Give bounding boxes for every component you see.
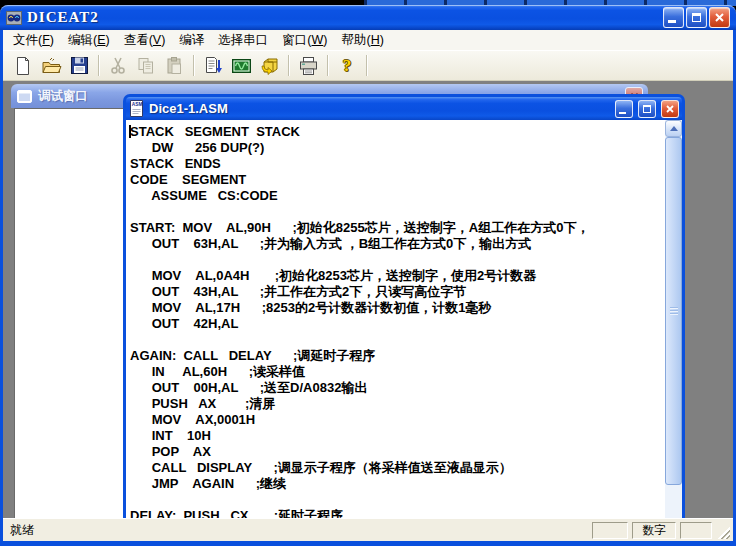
menu-item-window[interactable]: 窗口(W) <box>275 30 334 51</box>
paste-button[interactable] <box>161 54 187 78</box>
status-panel-caps <box>592 522 628 539</box>
status-ready-text: 就绪 <box>10 522 588 539</box>
print-button[interactable] <box>295 54 321 78</box>
maximize-icon <box>692 13 701 22</box>
text-caret <box>129 125 131 138</box>
help-button[interactable]: ? <box>334 54 360 78</box>
status-panel-scroll <box>680 522 712 539</box>
cut-button[interactable] <box>105 54 131 78</box>
status-panel-numlock: 数字 <box>632 522 676 539</box>
save-file-button[interactable] <box>66 54 92 78</box>
code-editor[interactable]: STACK SEGMENT STACK DW 256 DUP(?) STACK … <box>126 120 665 518</box>
save-icon <box>70 56 89 75</box>
menu-item-view[interactable]: 查看(V) <box>117 30 173 51</box>
toolbar-separator <box>98 55 99 76</box>
toolbar-separator <box>366 55 367 76</box>
asm-file-icon: ASM <box>129 100 144 117</box>
chevron-up-icon <box>670 126 678 131</box>
toolbar-separator <box>327 55 328 76</box>
statusbar: 就绪 数字 <box>3 518 733 541</box>
close-icon <box>714 12 725 23</box>
compile-icon <box>203 56 223 76</box>
editor-window-titlebar[interactable]: ASM Dice1-1.ASM <box>126 97 682 120</box>
editor-close-button[interactable] <box>661 100 679 118</box>
window-controls <box>663 7 730 28</box>
copy-button[interactable] <box>133 54 159 78</box>
scrollbar-grip-icon <box>670 307 678 315</box>
toolbar-separator <box>288 55 289 76</box>
editor-maximize-button[interactable] <box>638 100 656 118</box>
menu-item-edit[interactable]: 编辑(E) <box>61 30 117 51</box>
app-title: DICEAT2 <box>27 9 658 26</box>
compile-button[interactable] <box>200 54 226 78</box>
vertical-scrollbar[interactable] <box>665 120 682 518</box>
close-icon <box>665 104 675 114</box>
copy-icon <box>136 56 156 76</box>
help-icon: ? <box>343 56 352 76</box>
paste-icon <box>165 56 184 76</box>
menu-item-select-serial-port[interactable]: 选择串口 <box>211 30 275 51</box>
app-window: DICEAT2 文件(F) 编辑(E) 查看(V) 编译 选择串口 窗口(W) <box>0 0 736 546</box>
menu-item-file[interactable]: 文件(F) <box>6 30 61 51</box>
debug-window-icon <box>17 90 32 103</box>
wave-icon <box>231 56 252 76</box>
open-file-button[interactable] <box>38 54 64 78</box>
new-file-button[interactable] <box>10 54 36 78</box>
menu-item-compile[interactable]: 编译 <box>172 30 211 51</box>
close-button[interactable] <box>709 7 730 28</box>
print-icon <box>298 56 319 76</box>
cut-icon <box>109 56 127 75</box>
editor-window: ASM Dice1-1.ASM <box>123 94 685 518</box>
toolbar-separator <box>193 55 194 76</box>
app-icon <box>6 10 22 26</box>
app-titlebar[interactable]: DICEAT2 <box>0 5 736 30</box>
svg-text:ASM: ASM <box>132 102 143 107</box>
mdi-area: 调试窗口 <box>3 81 733 518</box>
editor-window-title: Dice1-1.ASM <box>149 101 610 116</box>
editor-client: STACK SEGMENT STACK DW 256 DUP(?) STACK … <box>126 120 682 518</box>
debug-window-title: 调试窗口 <box>38 88 88 105</box>
resize-grip[interactable] <box>716 524 730 539</box>
open-icon <box>41 56 62 76</box>
minimize-icon <box>668 20 676 23</box>
download-icon <box>259 56 280 76</box>
minimize-icon <box>619 112 626 114</box>
toolbar: ? <box>3 50 733 81</box>
download-to-device-button[interactable] <box>256 54 282 78</box>
menu-item-help[interactable]: 帮助(H) <box>335 30 391 51</box>
window-body: 文件(F) 编辑(E) 查看(V) 编译 选择串口 窗口(W) 帮助(H) <box>0 30 736 546</box>
scrollbar-up-button[interactable] <box>665 120 682 137</box>
assembly-code-text[interactable]: STACK SEGMENT STACK DW 256 DUP(?) STACK … <box>126 120 665 518</box>
maximize-button[interactable] <box>686 7 707 28</box>
minimize-button[interactable] <box>663 7 684 28</box>
new-icon <box>13 56 33 76</box>
editor-minimize-button[interactable] <box>615 100 633 118</box>
maximize-icon <box>643 105 651 113</box>
menubar: 文件(F) 编辑(E) 查看(V) 编译 选择串口 窗口(W) 帮助(H) <box>3 30 733 50</box>
scrollbar-thumb[interactable] <box>665 137 682 485</box>
wave-display-button[interactable] <box>228 54 254 78</box>
